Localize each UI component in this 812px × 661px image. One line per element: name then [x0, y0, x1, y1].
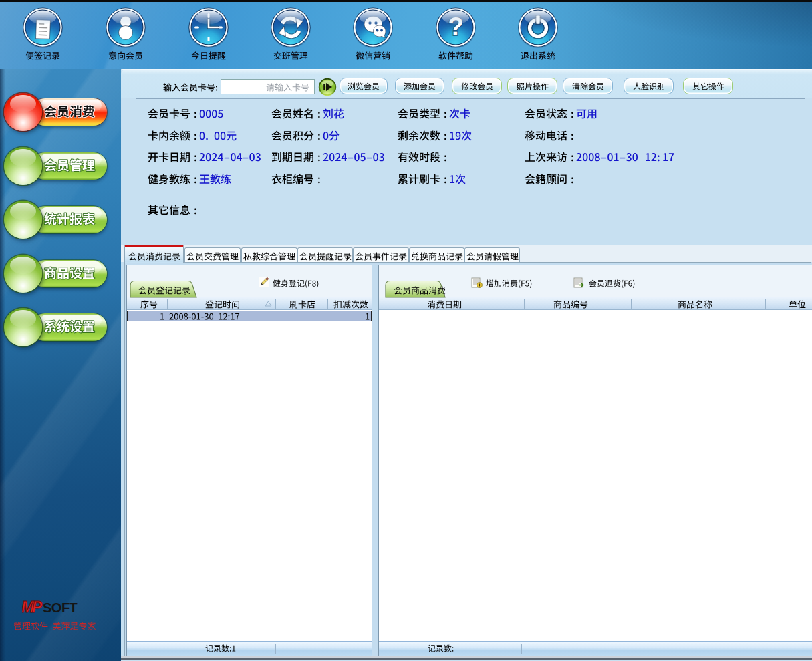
svg-text:P: P — [32, 600, 43, 616]
svg-text:SOFT: SOFT — [43, 600, 78, 615]
